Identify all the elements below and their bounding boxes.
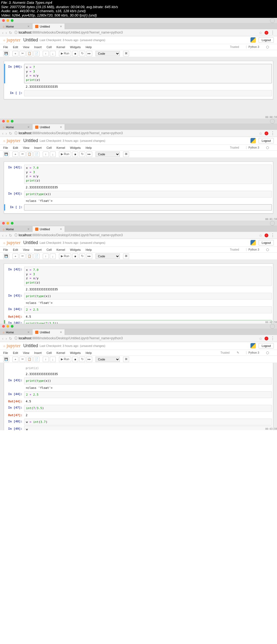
close-tab-icon[interactable]: × xyxy=(27,330,29,334)
move-down-button[interactable]: ↓ xyxy=(50,152,56,157)
reload-button[interactable]: ↻ xyxy=(9,336,12,341)
bookmark-icon[interactable]: ☆ xyxy=(259,233,262,238)
run-button[interactable]: ▶ Run xyxy=(59,152,71,157)
menu-widgets[interactable]: Widgets xyxy=(70,248,81,251)
logout-button[interactable]: Logout xyxy=(259,138,274,143)
menu-file[interactable]: File xyxy=(3,45,8,49)
close-window-icon[interactable] xyxy=(2,120,5,123)
notebook-title[interactable]: Untitled xyxy=(23,138,38,143)
reload-button[interactable]: ↻ xyxy=(9,131,12,136)
maximize-window-icon[interactable] xyxy=(11,120,14,123)
opera-icon[interactable] xyxy=(265,337,268,340)
move-up-button[interactable]: ↑ xyxy=(43,152,49,157)
close-window-icon[interactable] xyxy=(2,325,5,328)
close-window-icon[interactable] xyxy=(2,222,5,225)
menu-widgets[interactable]: Widgets xyxy=(70,351,81,354)
kernel-name[interactable]: Python 3 xyxy=(246,351,259,354)
copy-button[interactable]: 📋 xyxy=(27,152,32,157)
run-button[interactable]: ▶ Run xyxy=(59,51,71,56)
run-button[interactable]: ▶ Run xyxy=(59,254,71,259)
kernel-name[interactable]: Python 3 xyxy=(246,248,259,251)
menu-help[interactable]: Help xyxy=(85,45,92,49)
more-icon[interactable]: ⋮ xyxy=(271,30,275,35)
url-input[interactable]: ⓘ localhost:8888/notebooks/Desktop/Untit… xyxy=(14,336,257,341)
restart-button[interactable]: ↻ xyxy=(79,152,85,157)
save-button[interactable]: 💾 xyxy=(3,254,9,259)
menu-file[interactable]: File xyxy=(3,351,8,354)
tab-home[interactable]: ⌂ Home × xyxy=(0,226,32,232)
command-palette-button[interactable]: ⌘ xyxy=(123,51,129,56)
paste-button[interactable]: 📄 xyxy=(34,51,39,56)
url-input[interactable]: ⓘ localhost:8888/notebooks/Desktop/Untit… xyxy=(14,131,257,136)
opera-icon[interactable] xyxy=(265,31,268,35)
forward-button[interactable]: › xyxy=(6,31,7,35)
menu-kernel[interactable]: Kernel xyxy=(57,45,65,49)
move-down-button[interactable]: ↓ xyxy=(50,254,56,259)
close-tab-icon[interactable]: × xyxy=(27,125,29,129)
menu-cell[interactable]: Cell xyxy=(47,45,52,49)
tab-home[interactable]: ⌂ Home × xyxy=(0,329,32,335)
copy-button[interactable]: 📋 xyxy=(27,254,32,259)
cell-type-select[interactable]: Code xyxy=(95,51,120,56)
back-button[interactable]: ‹ xyxy=(2,233,4,238)
move-up-button[interactable]: ↑ xyxy=(43,357,49,362)
minimize-window-icon[interactable] xyxy=(6,120,9,123)
more-icon[interactable]: ⋮ xyxy=(271,233,275,238)
save-button[interactable]: 💾 xyxy=(3,357,9,362)
command-palette-button[interactable]: ⌘ xyxy=(123,357,129,362)
restart-run-button[interactable]: ▸▸ xyxy=(86,357,92,362)
maximize-window-icon[interactable] xyxy=(11,325,14,328)
menu-kernel[interactable]: Kernel xyxy=(57,351,65,354)
code-cell[interactable]: In [48]: w = int(3.7) xyxy=(5,419,272,425)
menu-cell[interactable]: Cell xyxy=(47,351,52,354)
menu-edit[interactable]: Edit xyxy=(13,248,18,251)
notebook-title[interactable]: Untitled xyxy=(23,343,38,348)
url-input[interactable]: ⓘ localhost:8888/notebooks/Desktop/Untit… xyxy=(14,233,257,238)
add-cell-button[interactable]: + xyxy=(12,152,18,157)
menu-cell[interactable]: Cell xyxy=(47,146,52,149)
stop-button[interactable]: ■ xyxy=(72,51,78,56)
code-cell[interactable]: In [42]: x = 7.0 y = 3 z = x/y print(z) xyxy=(5,165,272,184)
jupyter-logo[interactable]: ○ jupyter xyxy=(3,240,21,245)
menu-edit[interactable]: Edit xyxy=(13,146,18,149)
menu-file[interactable]: File xyxy=(3,146,8,149)
code-cell[interactable]: In [43]: print(type(x)) xyxy=(5,377,272,384)
paste-button[interactable]: 📄 xyxy=(34,254,39,259)
run-button[interactable]: ▶ Run xyxy=(59,357,71,362)
stop-button[interactable]: ■ xyxy=(72,254,78,259)
command-palette-button[interactable]: ⌘ xyxy=(123,152,129,157)
menu-view[interactable]: View xyxy=(23,351,29,354)
forward-button[interactable]: › xyxy=(6,131,7,136)
copy-button[interactable]: 📋 xyxy=(27,51,32,56)
menu-edit[interactable]: Edit xyxy=(13,351,18,354)
user-avatar[interactable] xyxy=(270,324,275,329)
restart-button[interactable]: ↻ xyxy=(79,357,85,362)
move-down-button[interactable]: ↓ xyxy=(50,357,56,362)
menu-edit[interactable]: Edit xyxy=(13,45,18,49)
close-tab-icon[interactable]: × xyxy=(60,227,62,231)
restart-button[interactable]: ↻ xyxy=(79,51,85,56)
kernel-name[interactable]: Python 3 xyxy=(246,45,259,48)
menu-view[interactable]: View xyxy=(23,146,29,149)
close-tab-icon[interactable]: × xyxy=(27,227,29,231)
code-cell[interactable]: In [42]: x = 7.0 y = 3 z = x/y print(z) xyxy=(5,267,272,286)
cut-button[interactable]: ✂ xyxy=(19,254,25,259)
notebook-title[interactable]: Untitled xyxy=(23,240,38,245)
restart-run-button[interactable]: ▸▸ xyxy=(86,51,92,56)
bookmark-icon[interactable]: ☆ xyxy=(259,31,262,35)
tab-notebook[interactable]: Untitled × xyxy=(32,226,65,232)
cell-type-select[interactable]: Code xyxy=(95,254,120,259)
user-avatar[interactable] xyxy=(270,119,275,124)
close-tab-icon[interactable]: × xyxy=(27,24,29,28)
menu-kernel[interactable]: Kernel xyxy=(57,248,65,251)
url-input[interactable]: ⓘ localhost:8888/notebooks/Desktop/Untit… xyxy=(14,30,257,35)
forward-button[interactable]: › xyxy=(6,233,7,238)
notebook-title[interactable]: Untitled xyxy=(23,38,38,42)
menu-widgets[interactable]: Widgets xyxy=(70,146,81,149)
menu-widgets[interactable]: Widgets xyxy=(70,45,81,49)
stop-button[interactable]: ■ xyxy=(72,152,78,157)
menu-view[interactable]: View xyxy=(23,248,29,251)
tab-home[interactable]: ⌂ Home × xyxy=(0,24,32,29)
save-button[interactable]: 💾 xyxy=(3,152,9,157)
copy-button[interactable]: 📋 xyxy=(27,357,32,362)
